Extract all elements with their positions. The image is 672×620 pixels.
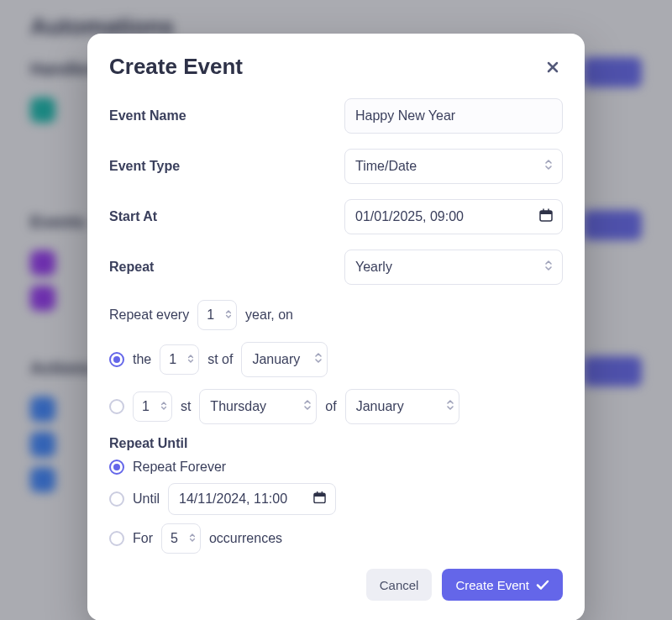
until-row: Until 14/11/2024, 11:00: [109, 483, 563, 515]
ordinal-select[interactable]: 1: [133, 391, 172, 422]
day-number-select[interactable]: 1: [160, 344, 199, 375]
start-at-row: Start At 01/01/2025, 09:00: [109, 199, 563, 234]
repeat-every-prefix: Repeat every: [109, 307, 189, 323]
until-date-value: 14/11/2024, 11:00: [179, 491, 287, 507]
until-radio[interactable]: [109, 491, 124, 507]
repeat-forever-row: Repeat Forever: [109, 460, 563, 475]
month-select-1[interactable]: January: [241, 342, 328, 377]
month-2-value: January: [356, 399, 404, 414]
for-suffix-label: occurrences: [209, 531, 282, 546]
modal-footer: Cancel Create Event: [109, 569, 563, 601]
repeat-select[interactable]: Yearly: [344, 250, 563, 285]
repeat-until-label: Repeat Until: [109, 436, 563, 451]
repeat-on-date-radio[interactable]: [109, 352, 124, 367]
start-at-value: 01/01/2025, 09:00: [355, 209, 464, 224]
occurrences-select[interactable]: 5: [161, 523, 201, 554]
day-number-value: 1: [169, 352, 176, 367]
event-type-select[interactable]: Time/Date: [344, 149, 563, 184]
start-at-label: Start At: [109, 209, 344, 224]
event-name-input[interactable]: [344, 98, 563, 134]
repeat-label: Repeat: [109, 260, 344, 275]
create-event-button[interactable]: Create Event: [442, 569, 563, 601]
check-icon: [536, 578, 549, 591]
event-type-row: Event Type Time/Date: [109, 149, 563, 184]
modal-title: Create Event: [109, 54, 243, 80]
cancel-button-label: Cancel: [380, 578, 419, 592]
st-of-label: st of: [207, 352, 233, 367]
weekday-select[interactable]: Thursday: [199, 389, 317, 424]
repeat-every-suffix: year, on: [245, 307, 293, 323]
modal-overlay: Create Event Event Name Event Type Time/…: [0, 0, 672, 620]
close-button[interactable]: [543, 57, 563, 77]
until-date-input[interactable]: 14/11/2024, 11:00: [168, 483, 336, 515]
weekday-value: Thursday: [210, 399, 266, 414]
event-name-row: Event Name: [109, 98, 563, 134]
repeat-forever-radio[interactable]: [109, 460, 124, 475]
repeat-on-weekday-row: 1 st Thursday of January: [109, 389, 563, 424]
create-event-button-label: Create Event: [455, 578, 529, 592]
modal-header: Create Event: [109, 54, 563, 80]
occurrences-value: 5: [171, 531, 178, 546]
repeat-on-date-row: the 1 st of January: [109, 342, 563, 377]
cancel-button[interactable]: Cancel: [366, 569, 433, 601]
for-occurrences-row: For 5 occurrences: [109, 523, 563, 554]
close-icon: [546, 60, 559, 74]
event-type-value: Time/Date: [355, 159, 417, 174]
repeat-every-count-select[interactable]: 1: [197, 300, 237, 330]
month-1-value: January: [252, 352, 300, 367]
st-label: st: [181, 399, 191, 414]
repeat-forever-label: Repeat Forever: [133, 460, 226, 475]
event-name-label: Event Name: [109, 108, 344, 123]
repeat-row: Repeat Yearly: [109, 250, 563, 285]
event-type-label: Event Type: [109, 159, 344, 174]
the-label: the: [133, 352, 151, 367]
for-radio[interactable]: [109, 531, 124, 546]
ordinal-value: 1: [142, 399, 150, 414]
of-label: of: [325, 399, 336, 414]
start-at-input[interactable]: 01/01/2025, 09:00: [344, 199, 563, 234]
until-label: Until: [133, 491, 160, 507]
for-prefix-label: For: [133, 531, 153, 546]
create-event-modal: Create Event Event Name Event Type Time/…: [87, 34, 585, 620]
repeat-every-row: Repeat every 1 year, on: [109, 300, 563, 330]
repeat-on-weekday-radio[interactable]: [109, 399, 124, 414]
repeat-value: Yearly: [355, 260, 392, 275]
repeat-every-count-value: 1: [207, 307, 214, 323]
month-select-2[interactable]: January: [345, 389, 459, 424]
